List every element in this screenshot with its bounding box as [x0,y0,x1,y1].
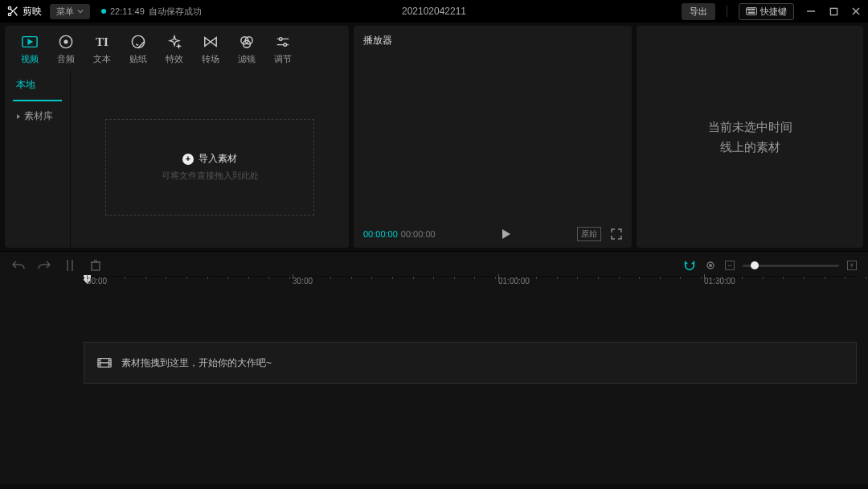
zoom-out-button[interactable]: − [725,261,735,270]
svg-rect-18 [92,262,100,270]
close-button[interactable] [850,6,862,17]
current-time: 00:00:00 [363,229,398,239]
svg-point-16 [280,38,283,41]
tracks-area[interactable]: 素材拖拽到这里，开始你的大作吧~ [84,342,857,384]
svg-rect-8 [830,8,837,14]
svg-point-0 [8,6,10,9]
svg-rect-6 [754,9,755,10]
play-button[interactable] [501,228,512,240]
sparkle-icon [166,34,182,50]
title-bar: 剪映 菜单 22:11:49 自动保存成功 202102042211 导出 快捷… [0,0,868,23]
tab-transition[interactable]: 转场 [194,31,227,68]
dropzone-hint: 可将文件直接拖入到此处 [162,170,259,182]
delete-button[interactable] [88,258,103,273]
tab-adjust[interactable]: 调节 [266,31,300,68]
audio-icon [58,34,74,50]
status-dot-icon [101,9,106,14]
import-line: + 导入素材 [182,152,237,166]
shortcut-button[interactable]: 快捷键 [739,3,794,20]
tab-video[interactable]: 视频 [13,31,47,68]
ruler-mark: 01:00:00 [498,277,530,286]
caret-right-icon [16,113,21,120]
tab-sticker[interactable]: 贴纸 [121,31,155,68]
project-title: 202102042211 [402,6,466,17]
svg-point-1 [8,13,10,15]
sticker-icon [130,34,146,50]
export-button[interactable]: 导出 [682,3,715,20]
svg-rect-5 [751,9,753,10]
scissors-icon [6,5,19,18]
duration-time: 00:00:00 [401,229,436,239]
text-icon: TI [94,34,110,50]
video-icon [22,34,38,50]
svg-point-17 [284,43,287,47]
timeline-toolbar-right: − + [683,260,857,271]
tab-effect[interactable]: 特效 [158,31,191,68]
svg-rect-7 [748,12,755,14]
player-viewport [354,55,632,220]
redo-button[interactable] [37,258,51,273]
menu-button[interactable]: 菜单 [50,4,90,19]
player-title: 播放器 [354,26,632,55]
app-name: 剪映 [23,5,42,18]
preview-cut-icon[interactable] [704,261,717,270]
chevron-down-icon [77,8,84,14]
aspect-ratio-button[interactable]: 原始 [577,227,601,241]
film-icon [97,357,112,368]
player-controls: 00:00:00 00:00:00 原始 [354,220,632,248]
minimize-button[interactable] [805,6,817,17]
tab-filter[interactable]: 滤镜 [230,31,264,68]
svg-rect-4 [750,9,751,10]
magnet-icon[interactable] [683,260,696,271]
svg-point-11 [64,40,68,43]
fullscreen-icon[interactable] [611,228,622,240]
media-body: 本地 素材库 + 导入素材 可将文件直接拖入到此处 [5,70,349,248]
side-tab-library[interactable]: 素材库 [5,101,70,131]
svg-point-20 [710,265,712,267]
app-logo: 剪映 [6,5,42,18]
tool-tabs: 视频 音频 TI 文本 贴纸 特效 转场 [5,26,349,70]
maximize-button[interactable] [828,6,839,17]
track-placeholder[interactable]: 素材拖拽到这里，开始你的大作吧~ [84,342,857,384]
properties-panel: 当前未选中时间 线上的素材 [637,26,863,248]
player-controls-right: 原始 [577,227,622,241]
player-panel: 播放器 00:00:00 00:00:00 原始 [354,26,632,248]
zoom-thumb[interactable] [751,261,759,269]
dropzone-inner: + 导入素材 可将文件直接拖入到此处 [105,119,314,216]
media-panel: 视频 音频 TI 文本 贴纸 特效 转场 [5,26,349,248]
timeline-toolbar: − + [5,255,863,276]
ruler-mark: 01:30:00 [704,277,735,286]
tab-audio[interactable]: 音频 [49,31,83,68]
svg-rect-3 [747,9,749,10]
play-icon [501,228,512,240]
properties-empty-text: 当前未选中时间 线上的素材 [708,117,792,158]
keyboard-icon [746,7,757,15]
plus-icon: + [182,154,194,165]
side-tab-local[interactable]: 本地 [13,70,62,101]
timeline-panel: − + 00:00 30:00 01:00:00 01:30:00 素材拖拽到这… [0,251,868,484]
split-button[interactable] [63,258,77,273]
transition-icon [203,34,219,50]
media-side-column: 本地 素材库 [5,70,71,248]
divider [727,6,727,17]
zoom-slider[interactable] [743,265,839,267]
titlebar-right: 导出 快捷键 [682,3,862,20]
tab-text[interactable]: TI 文本 [85,31,119,68]
filter-icon [239,34,255,50]
adjust-icon [275,34,291,50]
undo-button[interactable] [11,258,26,273]
upper-area: 视频 音频 TI 文本 贴纸 特效 转场 [0,23,868,251]
zoom-in-button[interactable]: + [847,261,857,270]
svg-point-12 [132,35,144,47]
import-dropzone[interactable]: + 导入素材 可将文件直接拖入到此处 [95,110,325,224]
timeline-ruler[interactable]: 00:00 30:00 01:00:00 01:30:00 [84,276,857,294]
autosave-status: 22:11:49 自动保存成功 [101,6,202,18]
